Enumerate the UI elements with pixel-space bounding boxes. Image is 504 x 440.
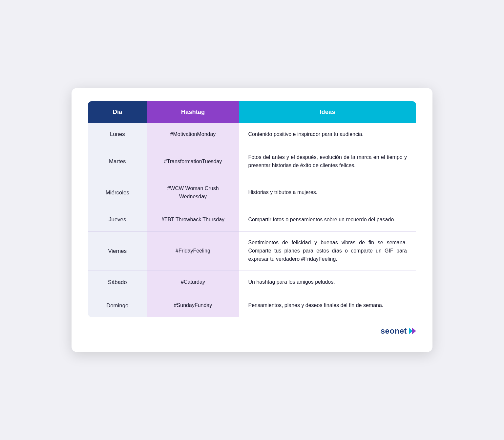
cell-ideas: Contenido positivo e inspirador para tu … bbox=[239, 123, 416, 146]
main-card: Día Hashtag Ideas Lunes#MotivationMonday… bbox=[72, 88, 432, 352]
brand-name: seonet bbox=[381, 326, 407, 336]
header-ideas: Ideas bbox=[239, 101, 416, 123]
header-day: Día bbox=[88, 101, 147, 123]
chevron-purple-icon bbox=[412, 328, 416, 334]
cell-ideas: Compartir fotos o pensamientos sobre un … bbox=[239, 208, 416, 231]
table-row: Miércoles#WCW Woman Crush WednesdayHisto… bbox=[88, 177, 416, 208]
cell-day: Domingo bbox=[88, 294, 147, 317]
cell-hashtag: #FridayFeeling bbox=[147, 231, 239, 271]
table-row: Lunes#MotivationMondayContenido positivo… bbox=[88, 123, 416, 146]
cell-ideas: Historias y tributos a mujeres. bbox=[239, 177, 416, 208]
cell-day: Jueves bbox=[88, 208, 147, 231]
cell-ideas: Un hashtag para los amigos peludos. bbox=[239, 271, 416, 294]
cell-hashtag: #TransformationTuesday bbox=[147, 146, 239, 177]
table-row: Martes#TransformationTuesdayFotos del an… bbox=[88, 146, 416, 177]
cell-hashtag: #SundayFunday bbox=[147, 294, 239, 317]
header-hashtag: Hashtag bbox=[147, 101, 239, 123]
cell-hashtag: #WCW Woman Crush Wednesday bbox=[147, 177, 239, 208]
cell-day: Miércoles bbox=[88, 177, 147, 208]
cell-ideas: Sentimientos de felicidad y buenas vibra… bbox=[239, 231, 416, 271]
table-row: Viernes#FridayFeelingSentimientos de fel… bbox=[88, 231, 416, 271]
cell-hashtag: #Caturday bbox=[147, 271, 239, 294]
cell-hashtag: #TBT Throwback Thursday bbox=[147, 208, 239, 231]
hashtag-table: Día Hashtag Ideas Lunes#MotivationMonday… bbox=[88, 101, 416, 317]
cell-day: Martes bbox=[88, 146, 147, 177]
table-row: Domingo#SundayFundayPensamientos, planes… bbox=[88, 294, 416, 317]
cell-day: Viernes bbox=[88, 231, 147, 271]
table-row: Jueves#TBT Throwback ThursdayCompartir f… bbox=[88, 208, 416, 231]
brand-section: seonet bbox=[88, 326, 416, 336]
cell-day: Sábado bbox=[88, 271, 147, 294]
cell-hashtag: #MotivationMonday bbox=[147, 123, 239, 146]
table-row: Sábado#CaturdayUn hashtag para los amigo… bbox=[88, 271, 416, 294]
cell-ideas: Fotos del antes y el después, evolución … bbox=[239, 146, 416, 177]
cell-day: Lunes bbox=[88, 123, 147, 146]
cell-ideas: Pensamientos, planes y deseos finales de… bbox=[239, 294, 416, 317]
brand-chevrons bbox=[409, 328, 416, 334]
